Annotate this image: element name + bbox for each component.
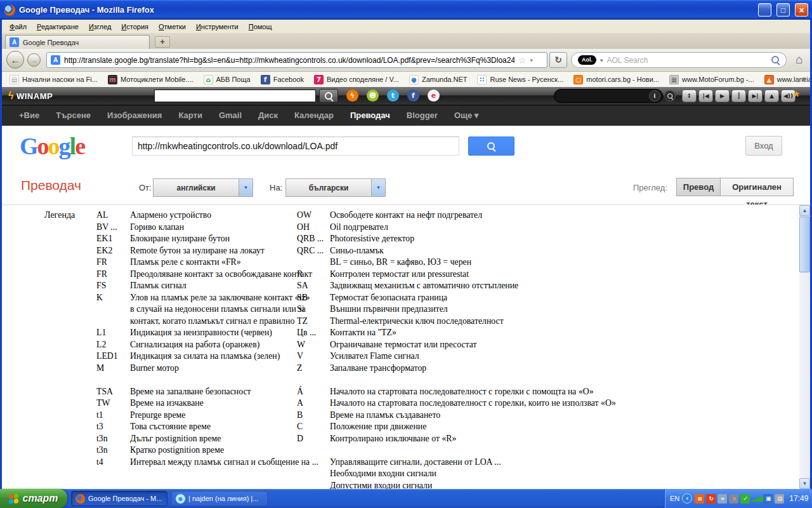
legend-row [2, 375, 799, 387]
definition-right: Необходими входни сигнали [330, 469, 436, 479]
search-icon[interactable] [771, 56, 780, 64]
bookmark-item[interactable]: ⌂ АБВ Поща [199, 75, 256, 84]
winamp-shortcut-icon[interactable]: t [387, 90, 399, 102]
tray-icon[interactable]: ▤ [775, 494, 784, 504]
window-titlebar: Google Преводач - Mozilla Firefox _ □ × [0, 0, 812, 20]
definition-left: Burner мотор [130, 363, 179, 373]
winamp-shortcut-icon[interactable]: f [407, 90, 419, 102]
aol-engine-caret-icon[interactable]: ▾ [600, 57, 603, 64]
winamp-search-input[interactable] [154, 90, 316, 102]
view-original-button[interactable]: Оригинален текст [720, 178, 794, 196]
definition-left: Интервал между пламък сигнал и съобщение… [130, 457, 318, 467]
maximize-button[interactable]: □ [776, 3, 790, 17]
media-button[interactable]: ▶| [748, 90, 763, 102]
bookmark-item[interactable]: ∷ Ruse News - Русенск... [472, 75, 568, 84]
view-translation-button[interactable]: Превод [676, 178, 721, 196]
abbreviation-right: SB [297, 293, 308, 303]
google-nav-item[interactable]: Карти [170, 105, 210, 126]
bookmark-favicon-icon: ⌂ [204, 75, 213, 84]
winamp-shortcut-icon[interactable]: ☻ [367, 90, 379, 102]
tray-icon[interactable]: x [729, 494, 738, 504]
tray-icon[interactable]: ▣ [763, 494, 773, 504]
back-button[interactable]: ← [6, 51, 24, 69]
tray-collapse-icon[interactable]: ‹ [682, 493, 692, 504]
google-search-button[interactable] [468, 137, 514, 156]
chevron-down-icon[interactable]: ▼ [371, 179, 385, 196]
start-button[interactable]: старт [0, 489, 67, 508]
scroll-down-button[interactable]: ▼ [799, 478, 810, 489]
tray-icon[interactable]: ✓ [740, 494, 750, 504]
reload-button[interactable]: ↻ [549, 52, 567, 68]
google-nav-item[interactable]: Blogger [398, 105, 446, 126]
home-button[interactable]: ⌂ [790, 51, 808, 68]
legend-row: L2 Сигнализация на работа (оранжев) W Ог… [2, 340, 799, 352]
tray-icon[interactable]: ↻ [706, 494, 716, 504]
bookmark-item[interactable]: ○ motori.cars.bg - Нови... [568, 75, 664, 84]
info-icon[interactable]: i [649, 90, 660, 102]
bookmark-item[interactable]: m Мотоциклети Mobile.... [103, 75, 199, 84]
sign-in-button[interactable]: Вход [745, 136, 782, 156]
google-nav-item[interactable]: Преводач [342, 105, 398, 126]
google-nav-item[interactable]: Изображения [99, 105, 170, 126]
aol-search-box[interactable]: Aol. ▾ [571, 52, 787, 68]
new-tab-button[interactable]: + [155, 36, 170, 48]
menu-item[interactable]: Инструменти [191, 21, 244, 32]
translate-url-input[interactable] [132, 137, 459, 156]
tray-icon[interactable]: ≡ [695, 494, 704, 504]
media-button[interactable]: ▲ [764, 90, 779, 102]
tray-icon[interactable]: ▂▄▆ [752, 494, 761, 504]
media-button[interactable]: ↕ [682, 90, 697, 102]
menu-item[interactable]: Отметки [154, 21, 191, 32]
bookmark-item[interactable]: ● Zamunda.NET [404, 75, 473, 84]
menu-bar: ФайлРедактиранеИзгледИсторияОтметкиИнстр… [2, 20, 810, 33]
scroll-up-button[interactable]: ▲ [799, 205, 810, 216]
bookmark-favicon-icon: f [261, 75, 270, 84]
vertical-scrollbar[interactable]: ▲ ▼ [799, 205, 810, 489]
minimize-button[interactable]: _ [758, 3, 771, 17]
taskbar-task-button[interactable]: ● | najden (на линия) |... [171, 491, 268, 506]
taskbar-task-button[interactable]: Google Преводач - М... [71, 491, 167, 506]
winamp-shortcut-icon[interactable]: e [428, 90, 440, 102]
media-button[interactable]: ║ [731, 90, 746, 102]
menu-item[interactable]: Изглед [84, 21, 116, 32]
abbreviation-right: TZ [297, 316, 308, 326]
google-nav-item[interactable]: Търсене [48, 105, 99, 126]
gear-icon[interactable]: * [794, 88, 799, 105]
from-language-select[interactable]: английски ▼ [153, 178, 253, 197]
bookmark-item[interactable]: 7 Видео споделяне / V... [309, 75, 404, 84]
google-nav-item[interactable]: Още ▾ [446, 105, 487, 126]
tab-google-translate[interactable]: Google Преводач [5, 35, 150, 49]
scrollbar-thumb[interactable] [799, 217, 810, 272]
winamp-find-icon[interactable] [664, 90, 676, 102]
google-nav-item[interactable]: +Вие [11, 105, 48, 126]
close-button[interactable]: × [795, 3, 808, 17]
menu-item[interactable]: История [116, 21, 154, 32]
definition-right: Контролен термостат или pressurestat [330, 269, 469, 279]
menu-item[interactable]: Помощ [244, 21, 277, 32]
bookmark-item[interactable]: ▤ Начални насоки на Fi... [4, 75, 103, 84]
to-language-select[interactable]: български ▼ [285, 178, 386, 197]
url-bar[interactable]: http://translate.google.bg/translate?hl=… [46, 52, 547, 68]
language-indicator[interactable]: EN [670, 495, 679, 502]
tray-icon[interactable]: » [717, 494, 727, 504]
media-button[interactable]: |◀ [698, 90, 713, 102]
url-dropdown-icon[interactable]: ▾ [530, 57, 534, 64]
clock[interactable]: 17:49 [789, 494, 808, 503]
google-nav-item[interactable]: Диск [250, 105, 286, 126]
media-button[interactable]: ▶ [715, 90, 730, 102]
bookmarks-overflow-button[interactable]: » [802, 74, 806, 83]
menu-item[interactable]: Файл [4, 21, 32, 32]
bookmark-item[interactable]: ▦ www.MotoForum.bg -... [664, 75, 759, 84]
forward-button[interactable]: → [27, 53, 41, 67]
google-nav-item[interactable]: Gmail [211, 105, 250, 126]
abbreviation-right: Цв ... [297, 328, 316, 338]
winamp-search-button[interactable] [319, 89, 338, 103]
bookmark-item[interactable]: f Facebook [256, 75, 309, 84]
chevron-down-icon[interactable]: ▼ [239, 179, 252, 196]
bookmark-star-icon[interactable]: ☆ [518, 55, 527, 65]
bookmark-favicon-icon: ∷ [477, 75, 487, 84]
winamp-shortcut-icon[interactable]: ϟ [346, 90, 358, 102]
google-nav-item[interactable]: Календар [286, 105, 342, 126]
menu-item[interactable]: Редактиране [32, 21, 84, 32]
aol-search-input[interactable] [607, 56, 768, 65]
